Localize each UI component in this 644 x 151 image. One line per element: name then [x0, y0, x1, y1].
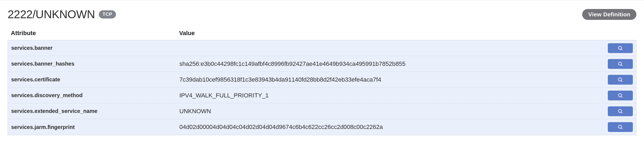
search-button[interactable] [608, 91, 633, 100]
top-divider [0, 0, 644, 0]
table-row: services.discovery_method IPV4_WALK_FULL… [8, 88, 636, 103]
svg-point-0 [618, 46, 622, 49]
cell-attribute: services.banner_hashes [11, 61, 179, 67]
svg-point-8 [618, 109, 622, 112]
table-row: services.certificate 7c39dab10cef9856318… [8, 72, 636, 88]
search-button[interactable] [608, 59, 633, 69]
cell-action [607, 122, 633, 132]
svg-point-10 [618, 125, 622, 128]
page-container: 2222/UNKNOWN TCP View Definition Attribu… [0, 8, 644, 135]
search-button[interactable] [608, 122, 633, 132]
search-icon [618, 93, 623, 98]
search-icon [618, 77, 623, 82]
table-row: services.banner [8, 40, 636, 56]
column-header-attribute: Attribute [11, 30, 179, 37]
search-icon [618, 124, 623, 130]
cell-value: 04d02d00004d04d04c04d02d04d04d9674c6b4c6… [179, 124, 607, 131]
page-title: 2222/UNKNOWN [8, 8, 95, 21]
header-row: 2222/UNKNOWN TCP View Definition [8, 8, 636, 21]
svg-point-2 [618, 62, 622, 65]
table-row: services.extended_service_name UNKNOWN [8, 103, 636, 119]
column-header-value: Value [179, 30, 633, 37]
search-button[interactable] [608, 75, 633, 85]
cell-action [607, 75, 633, 85]
table-row: services.jarm.fingerprint 04d02d00004d04… [8, 119, 636, 135]
cell-value: IPV4_WALK_FULL_PRIORITY_1 [179, 92, 607, 99]
search-icon [618, 61, 623, 67]
cell-attribute: services.banner [11, 45, 179, 51]
table-row: services.banner_hashes sha256:e3b0c44298… [8, 56, 636, 72]
cell-attribute: services.certificate [11, 76, 179, 83]
cell-value: sha256:e3b0c44298fc1c149afbf4c8996fb9242… [179, 60, 607, 67]
svg-line-5 [621, 81, 622, 82]
cell-attribute: services.discovery_method [11, 92, 179, 98]
svg-line-7 [621, 96, 622, 97]
cell-attribute: services.extended_service_name [11, 108, 179, 114]
cell-action [607, 91, 633, 100]
table-body: services.banner services.banner_hashes s… [8, 40, 636, 135]
svg-point-6 [618, 93, 622, 97]
svg-line-11 [621, 128, 622, 129]
cell-action [607, 106, 633, 116]
table-header: Attribute Value [8, 27, 636, 40]
search-button[interactable] [608, 106, 633, 116]
cell-value: UNKNOWN [179, 108, 607, 115]
svg-point-4 [618, 78, 622, 81]
cell-action [607, 43, 633, 53]
search-button[interactable] [608, 43, 633, 53]
search-icon [618, 45, 623, 51]
view-definition-button[interactable]: View Definition [582, 9, 636, 20]
cell-attribute: services.jarm.fingerprint [11, 124, 179, 130]
svg-line-9 [621, 112, 622, 113]
svg-line-1 [621, 49, 622, 50]
protocol-badge: TCP [99, 10, 116, 19]
svg-line-3 [621, 65, 622, 66]
search-icon [618, 109, 623, 114]
cell-value: 7c39dab10cef9856318f1c3e83943b4da91140fd… [179, 76, 607, 83]
cell-action [607, 59, 633, 69]
title-group: 2222/UNKNOWN TCP [8, 8, 116, 21]
